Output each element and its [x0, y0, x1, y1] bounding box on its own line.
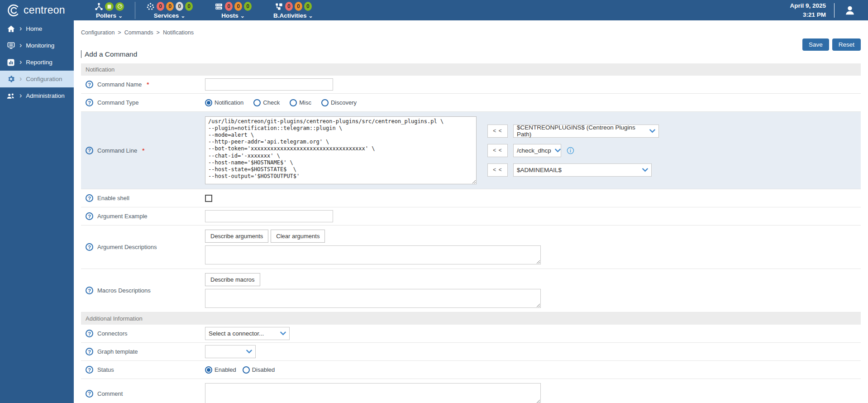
select-value: /check_dhcp [517, 147, 551, 154]
sidebar-item-reporting[interactable]: › Reporting [0, 54, 74, 71]
main-content: Configuration > Commands > Notifications… [74, 20, 868, 403]
breadcrumb-notifications[interactable]: Notifications [163, 29, 194, 36]
radio-icon[interactable] [243, 366, 250, 374]
nav-services[interactable]: 0 0 0 0 Services⌄ [135, 0, 204, 20]
connectors-select[interactable]: Select a connector... [205, 327, 290, 340]
reset-button-top[interactable]: Reset [832, 38, 861, 51]
home-icon [6, 24, 15, 34]
command-type-radio-group: Notification Check Misc Discovery [205, 99, 357, 106]
caret-down-icon: ⌄ [118, 14, 123, 18]
radio-icon[interactable] [205, 99, 212, 106]
bactivities-label: B.Activities [273, 12, 307, 19]
sidebar-item-monitoring[interactable]: › Monitoring [0, 37, 74, 54]
plugins-path-select[interactable]: $CENTREONPLUGINS$ (Centreon Plugins Path… [513, 125, 659, 138]
check-command-select[interactable]: /check_dhcp [513, 144, 561, 157]
help-icon[interactable]: ? [86, 348, 93, 355]
user-profile-icon[interactable] [844, 4, 856, 17]
help-icon[interactable]: ? [86, 99, 93, 106]
radio-disabled[interactable]: Disabled [243, 366, 275, 374]
row-graph-template: ? Graph template [81, 343, 861, 361]
insert-left-button[interactable]: < < [487, 163, 508, 177]
ba-ok-badge[interactable]: 0 [304, 2, 312, 11]
clear-arguments-button[interactable]: Clear arguments [271, 230, 325, 243]
hosts-down-badge[interactable]: 0 [225, 2, 233, 11]
argument-descriptions-textarea[interactable] [205, 245, 541, 264]
services-warning-badge[interactable]: 0 [166, 2, 174, 11]
help-icon[interactable]: ? [86, 287, 93, 294]
pollers-label: Pollers [96, 12, 116, 19]
nav-hosts[interactable]: 0 0 0 Hosts⌄ [204, 0, 262, 20]
chevron-right-icon: › [19, 43, 22, 48]
argument-descriptions-label: Argument Descriptions [97, 244, 157, 250]
macros-descriptions-textarea[interactable] [205, 289, 541, 308]
comment-textarea[interactable] [205, 383, 541, 403]
save-button-top[interactable]: Save [802, 38, 829, 51]
caret-down-icon: ⌄ [309, 14, 313, 18]
ba-warning-badge[interactable]: 0 [295, 2, 302, 11]
command-name-input[interactable] [205, 78, 333, 91]
services-unknown-badge[interactable]: 0 [176, 2, 183, 11]
breadcrumb: Configuration > Commands > Notifications [74, 20, 868, 36]
radio-icon[interactable] [205, 366, 212, 374]
help-icon[interactable]: ? [86, 330, 93, 337]
command-line-textarea[interactable] [205, 116, 477, 184]
chevron-down-icon [642, 168, 648, 172]
info-icon[interactable] [567, 147, 574, 154]
graph-template-select[interactable] [205, 345, 256, 358]
sidebar-item-home[interactable]: › Home [0, 20, 74, 37]
help-icon[interactable]: ? [86, 366, 93, 374]
caret-down-icon: ⌄ [181, 14, 185, 18]
page-title: Add a Command [81, 50, 868, 58]
select-value: $ADMINEMAIL$ [517, 167, 562, 173]
radio-discovery[interactable]: Discovery [321, 99, 357, 106]
chevron-down-icon [555, 149, 561, 153]
radio-icon[interactable] [290, 99, 297, 106]
help-icon[interactable]: ? [86, 194, 93, 202]
logo-text: centreon [24, 4, 65, 16]
insert-left-button[interactable]: < < [487, 125, 508, 138]
breadcrumb-configuration[interactable]: Configuration [81, 29, 114, 36]
describe-arguments-button[interactable]: Describe arguments [205, 230, 268, 243]
row-status: ? Status Enabled Disabled [81, 361, 861, 379]
help-icon[interactable]: ? [86, 147, 93, 154]
section-notification: Notification [81, 63, 861, 76]
nav-pollers[interactable]: Pollers⌄ [84, 0, 135, 20]
sidebar-item-configuration[interactable]: › Configuration [0, 71, 74, 87]
ba-critical-badge[interactable]: 0 [285, 2, 293, 11]
services-icon [146, 2, 155, 11]
reporting-icon [6, 58, 15, 67]
radio-icon[interactable] [321, 99, 329, 106]
help-icon[interactable]: ? [86, 390, 93, 398]
caret-down-icon: ⌄ [240, 14, 245, 18]
sidebar-item-administration[interactable]: › Administration [0, 87, 74, 104]
chevron-right-icon: › [19, 76, 22, 82]
graph-template-label: Graph template [97, 348, 138, 355]
help-icon[interactable]: ? [86, 212, 93, 220]
enable-shell-checkbox[interactable] [205, 195, 212, 202]
chevron-right-icon: › [19, 26, 22, 31]
radio-check[interactable]: Check [253, 99, 280, 106]
status-radio-group: Enabled Disabled [205, 366, 275, 374]
radio-label: Check [263, 99, 280, 106]
nav-bactivities[interactable]: 0 0 0 B.Activities⌄ [262, 0, 324, 20]
hosts-up-badge[interactable]: 0 [244, 2, 252, 11]
describe-macros-button[interactable]: Describe macros [205, 273, 260, 286]
hosts-unreachable-badge[interactable]: 0 [234, 2, 242, 11]
required-marker: * [142, 147, 144, 154]
argument-example-input[interactable] [205, 210, 333, 222]
radio-icon[interactable] [253, 99, 261, 106]
radio-enabled[interactable]: Enabled [205, 366, 236, 374]
help-icon[interactable]: ? [86, 81, 93, 88]
radio-misc[interactable]: Misc [290, 99, 311, 106]
insert-left-button[interactable]: < < [487, 144, 508, 157]
add-command-form: Notification ? Command Name * ? Command … [81, 63, 861, 403]
radio-notification[interactable]: Notification [205, 99, 243, 106]
breadcrumb-commands[interactable]: Commands [124, 29, 153, 36]
services-ok-badge[interactable]: 0 [185, 2, 193, 11]
macro-select[interactable]: $ADMINEMAIL$ [513, 163, 652, 177]
macros-descriptions-label: Macros Descriptions [97, 287, 151, 294]
centreon-logo[interactable]: centreon [0, 4, 74, 17]
top-header: centreon [0, 0, 868, 20]
help-icon[interactable]: ? [86, 243, 93, 251]
services-critical-badge[interactable]: 0 [157, 2, 164, 11]
